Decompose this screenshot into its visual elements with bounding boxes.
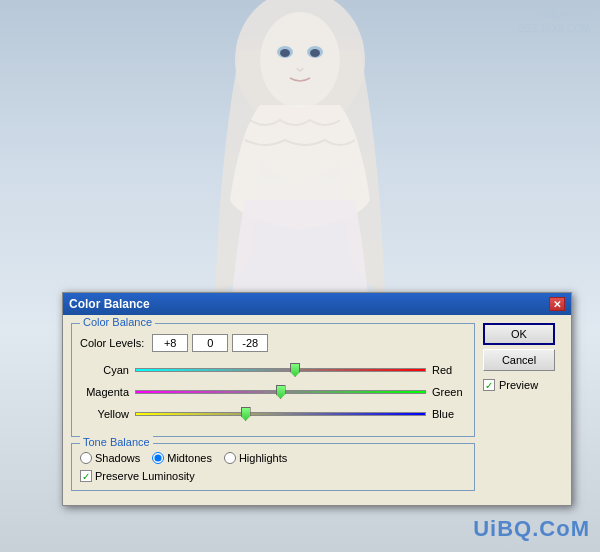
dialog-title: Color Balance xyxy=(69,297,150,311)
preserve-luminosity-checkbox[interactable]: ✓ xyxy=(80,470,92,482)
yellow-blue-slider-row: Yellow Blue xyxy=(80,406,466,422)
color-levels-label: Color Levels: xyxy=(80,337,144,349)
cyan-red-slider-row: Cyan Red xyxy=(80,362,466,378)
level1-input[interactable] xyxy=(152,334,188,352)
midtones-radio-item: Midtones xyxy=(152,452,212,464)
watermark-bottom: UiBQ.CoM xyxy=(473,516,590,542)
background: PS教程论坛 BBS.16X8.COM UiBQ.CoM Color Balan… xyxy=(0,0,600,552)
red-label: Red xyxy=(426,364,466,376)
yellow-label: Yellow xyxy=(80,408,135,420)
color-balance-dialog: Color Balance ✕ Color Balance Color Leve… xyxy=(62,292,572,506)
blue-label: Blue xyxy=(426,408,466,420)
magenta-green-slider-row: Magenta Green xyxy=(80,384,466,400)
highlights-radio[interactable] xyxy=(224,452,236,464)
cyan-red-track xyxy=(135,368,426,372)
dialog-titlebar: Color Balance ✕ xyxy=(63,293,571,315)
dialog-left-panel: Color Balance Color Levels: Cyan xyxy=(71,323,475,497)
shadows-radio[interactable] xyxy=(80,452,92,464)
highlights-label: Highlights xyxy=(239,452,287,464)
color-balance-group-label: Color Balance xyxy=(80,316,155,328)
midtones-radio[interactable] xyxy=(152,452,164,464)
magenta-green-slider-track[interactable] xyxy=(135,384,426,400)
close-button[interactable]: ✕ xyxy=(549,297,565,311)
yellow-blue-thumb[interactable] xyxy=(241,407,251,421)
cyan-red-thumb[interactable] xyxy=(290,363,300,377)
cyan-red-slider-track[interactable] xyxy=(135,362,426,378)
shadows-label: Shadows xyxy=(95,452,140,464)
color-levels-row: Color Levels: xyxy=(80,334,466,352)
ok-button[interactable]: OK xyxy=(483,323,555,345)
dialog-body: Color Balance Color Levels: Cyan xyxy=(63,315,571,505)
dialog-right-panel: OK Cancel ✓ Preview xyxy=(483,323,563,497)
cancel-button[interactable]: Cancel xyxy=(483,349,555,371)
yellow-blue-slider-track[interactable] xyxy=(135,406,426,422)
level2-input[interactable] xyxy=(192,334,228,352)
preview-label: Preview xyxy=(499,379,538,391)
tone-balance-group-label: Tone Balance xyxy=(80,436,153,448)
tone-radio-row: Shadows Midtones Highlights xyxy=(80,452,466,464)
highlights-radio-item: Highlights xyxy=(224,452,287,464)
preserve-luminosity-row: ✓ Preserve Luminosity xyxy=(80,470,466,482)
magenta-label: Magenta xyxy=(80,386,135,398)
magenta-green-thumb[interactable] xyxy=(276,385,286,399)
cyan-label: Cyan xyxy=(80,364,135,376)
svg-point-1 xyxy=(260,12,340,108)
watermark-top: PS教程论坛 BBS.16X8.COM xyxy=(518,8,590,36)
svg-point-4 xyxy=(280,49,290,57)
level3-input[interactable] xyxy=(232,334,268,352)
green-label: Green xyxy=(426,386,466,398)
color-balance-group: Color Balance Color Levels: Cyan xyxy=(71,323,475,437)
yellow-blue-track xyxy=(135,412,426,416)
tone-balance-group: Tone Balance Shadows Midtones Highli xyxy=(71,443,475,491)
preserve-luminosity-label: Preserve Luminosity xyxy=(95,470,195,482)
midtones-label: Midtones xyxy=(167,452,212,464)
shadows-radio-item: Shadows xyxy=(80,452,140,464)
svg-point-5 xyxy=(310,49,320,57)
preview-row: ✓ Preview xyxy=(483,379,563,391)
preview-checkbox[interactable]: ✓ xyxy=(483,379,495,391)
